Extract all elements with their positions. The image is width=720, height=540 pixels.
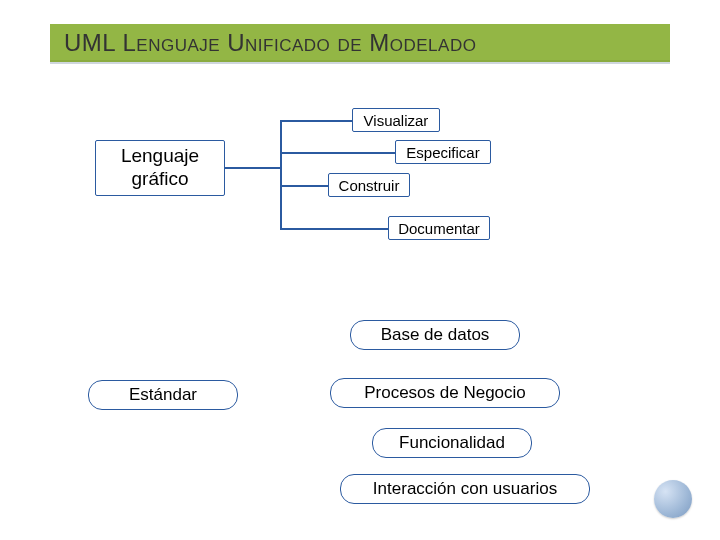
pill-funcionalidad-label: Funcionalidad bbox=[399, 433, 505, 453]
connector-branch-3 bbox=[280, 185, 328, 187]
connector-h-main bbox=[225, 167, 280, 169]
box-lenguaje-grafico-label: Lenguaje gráfico bbox=[102, 145, 218, 191]
pill-base-de-datos: Base de datos bbox=[350, 320, 520, 350]
box-especificar-label: Especificar bbox=[406, 144, 479, 161]
pill-estandar-label: Estándar bbox=[129, 385, 197, 405]
box-visualizar: Visualizar bbox=[352, 108, 440, 132]
box-especificar: Especificar bbox=[395, 140, 491, 164]
title-underline bbox=[50, 62, 670, 64]
connector-v-trunk bbox=[280, 120, 282, 230]
connector-branch-1 bbox=[280, 120, 352, 122]
slide-title: UML Lenguaje Unificado de Modelado bbox=[64, 29, 476, 57]
box-construir-label: Construir bbox=[339, 177, 400, 194]
title-bar: UML Lenguaje Unificado de Modelado bbox=[50, 24, 670, 62]
pill-estandar: Estándar bbox=[88, 380, 238, 410]
pill-interaccion-con-usuarios-label: Interacción con usuarios bbox=[373, 479, 557, 499]
pill-procesos-de-negocio-label: Procesos de Negocio bbox=[364, 383, 526, 403]
connector-branch-2 bbox=[280, 152, 395, 154]
box-visualizar-label: Visualizar bbox=[364, 112, 429, 129]
box-lenguaje-grafico: Lenguaje gráfico bbox=[95, 140, 225, 196]
connector-branch-4 bbox=[280, 228, 388, 230]
box-documentar: Documentar bbox=[388, 216, 490, 240]
slide-stage: UML Lenguaje Unificado de Modelado Lengu… bbox=[0, 0, 720, 540]
pill-interaccion-con-usuarios: Interacción con usuarios bbox=[340, 474, 590, 504]
pill-funcionalidad: Funcionalidad bbox=[372, 428, 532, 458]
pill-base-de-datos-label: Base de datos bbox=[381, 325, 490, 345]
box-construir: Construir bbox=[328, 173, 410, 197]
pill-procesos-de-negocio: Procesos de Negocio bbox=[330, 378, 560, 408]
decorative-sphere-icon bbox=[654, 480, 692, 518]
box-documentar-label: Documentar bbox=[398, 220, 480, 237]
